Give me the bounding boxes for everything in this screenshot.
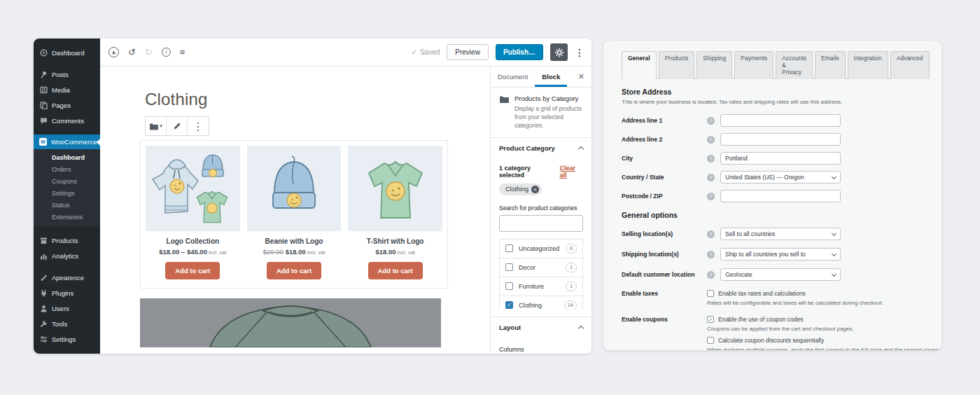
undo-icon[interactable]: ↺ — [128, 48, 136, 57]
sidebar-item-products[interactable]: Products — [34, 233, 100, 248]
address-line-2-input[interactable] — [720, 133, 841, 146]
checkbox-icon[interactable] — [505, 282, 513, 290]
category-chip[interactable]: Clothing × — [499, 183, 542, 195]
category-row-uncategorized[interactable]: Uncategorized 0 — [500, 240, 582, 258]
category-row-furniture[interactable]: Furniture 1 — [500, 277, 582, 296]
submenu-item-status[interactable]: Status — [34, 199, 100, 211]
tab-integration[interactable]: Integration — [848, 51, 888, 79]
settings-gear-button[interactable] — [550, 43, 568, 61]
help-icon[interactable] — [707, 117, 715, 125]
add-to-cart-button[interactable]: Add to cart — [267, 262, 321, 279]
add-to-cart-button[interactable]: Add to cart — [368, 262, 423, 279]
sidebar-item-collapse-menu[interactable]: ◄ Colapse menu — [34, 353, 100, 354]
product-name[interactable]: Logo Collection — [167, 237, 220, 245]
field-address-line-1: Address line 1 — [622, 114, 941, 127]
media-icon — [39, 85, 48, 94]
submenu-item-settings[interactable]: Settings — [34, 187, 100, 199]
checkbox-icon[interactable] — [505, 263, 513, 271]
sidebar-item-tools[interactable]: Tools — [34, 316, 100, 331]
sidebar-item-pages[interactable]: Pages — [34, 97, 100, 113]
help-icon[interactable] — [707, 271, 715, 279]
sidebar-item-media[interactable]: Media — [34, 82, 100, 97]
city-input[interactable] — [720, 152, 841, 165]
sidebar-item-analytics[interactable]: Analytics — [34, 248, 100, 263]
checkbox-checked-icon[interactable] — [707, 316, 714, 323]
coupons-description-1: Coupons can be applied from the cart and… — [707, 326, 941, 332]
publish-button[interactable]: Publish… — [496, 44, 543, 60]
shipping-locations-select[interactable]: Ship to all countries you sell to — [720, 248, 841, 261]
submenu-item-extensions[interactable]: Extensions — [34, 211, 100, 223]
help-icon[interactable] — [707, 230, 715, 238]
product-name[interactable]: Beanie with Logo — [265, 237, 323, 245]
edit-button[interactable] — [167, 117, 188, 135]
help-icon[interactable] — [707, 155, 715, 162]
sidebar-item-appearance[interactable]: Apearence — [34, 270, 100, 285]
sidebar-item-plugins[interactable]: Plugins — [34, 285, 100, 300]
panel-layout[interactable]: Layout — [491, 317, 592, 338]
help-icon[interactable] — [707, 136, 715, 144]
clear-all-link[interactable]: Clear all — [560, 165, 583, 179]
category-row-clothing[interactable]: Clothing 14 — [500, 296, 582, 310]
chevron-up-icon — [578, 146, 584, 151]
tab-shipping[interactable]: Shipping — [696, 51, 732, 79]
content-structure-icon[interactable] — [162, 48, 171, 57]
tab-advanced[interactable]: Advanced — [890, 51, 930, 79]
image-block-sweater[interactable] — [140, 298, 441, 347]
country-state-select[interactable]: United States (US) — Oregon — [720, 171, 841, 183]
category-row-decor[interactable]: Decor 1 — [500, 258, 582, 277]
tab-accounts-privacy[interactable]: Accounts & Privacy — [776, 51, 813, 79]
block-type-button[interactable]: ▾ — [146, 117, 167, 135]
woocommerce-settings-window: General Products Shipping Payments Accou… — [603, 41, 941, 350]
panel-product-category[interactable]: Product Category — [491, 138, 592, 158]
field-postcode: Postcode / ZIP — [622, 190, 941, 202]
sidebar-item-woocommerce[interactable]: WooCommerce — [34, 134, 100, 149]
close-icon[interactable]: ✕ — [578, 72, 584, 81]
posts-icon — [39, 70, 48, 78]
more-options-icon[interactable]: ⋮ — [575, 47, 584, 58]
submenu-item-orders[interactable]: Orders — [34, 163, 100, 175]
tab-document[interactable]: Document — [491, 67, 535, 87]
checkbox-checked-icon[interactable] — [505, 301, 513, 309]
products-by-category-block[interactable]: Logo Collection $18.00 – $45.00incl. vat… — [140, 140, 448, 289]
product-category-body: 1 category selected Clear all Clothing ×… — [491, 158, 592, 310]
tab-general[interactable]: General — [622, 51, 657, 79]
default-customer-location-select[interactable]: Geolocate — [720, 268, 841, 281]
sidebar-label: Posts — [52, 71, 69, 78]
category-search-input[interactable] — [499, 215, 583, 232]
sidebar-item-comments[interactable]: Comments — [34, 113, 100, 128]
sidebar-item-posts[interactable]: Posts — [34, 67, 100, 82]
tab-emails[interactable]: Emails — [815, 51, 846, 79]
block-options-button[interactable]: ⋮ — [188, 117, 209, 135]
preview-button[interactable]: Preview — [447, 44, 489, 60]
checkbox-icon[interactable] — [505, 244, 513, 252]
redo-icon[interactable]: ↻ — [145, 48, 153, 57]
submenu-item-coupons[interactable]: Coupons — [34, 175, 100, 187]
product-name[interactable]: T-Shirt with Logo — [367, 237, 424, 245]
remove-chip-icon[interactable]: × — [531, 186, 539, 193]
block-navigation-icon[interactable]: ≡ — [180, 48, 186, 57]
add-to-cart-button[interactable]: Add to cart — [165, 262, 220, 279]
sidebar-label: Settings — [52, 335, 76, 343]
sidebar-item-settings[interactable]: Settings — [34, 331, 100, 347]
tab-payments[interactable]: Payments — [734, 51, 774, 79]
tab-block[interactable]: Block — [535, 67, 567, 87]
address-line-1-input[interactable] — [720, 114, 841, 127]
help-icon[interactable] — [707, 251, 715, 258]
submenu-item-dashboard[interactable]: Dashboard — [34, 151, 100, 163]
sidebar-label: Dashboard — [52, 49, 84, 57]
settings-tabs: General Products Shipping Payments Accou… — [622, 51, 929, 79]
selling-locations-select[interactable]: Sell to all countries — [720, 228, 841, 240]
block-inserter-icon[interactable]: + — [108, 47, 119, 57]
page-title[interactable]: Clothing — [145, 90, 490, 109]
sidebar-item-dashboard[interactable]: Dashboard — [34, 45, 100, 60]
checkbox-icon[interactable] — [707, 337, 714, 344]
help-icon[interactable] — [707, 193, 715, 200]
sidebar-item-users[interactable]: Users — [34, 300, 100, 316]
postcode-input[interactable] — [720, 190, 841, 202]
checkbox-icon[interactable] — [707, 290, 714, 297]
sidebar-label: Users — [52, 305, 69, 312]
category-list[interactable]: Uncategorized 0 Decor 1 Furniture 1 — [499, 239, 583, 310]
settings-icon — [39, 335, 48, 343]
tab-products[interactable]: Products — [659, 51, 695, 79]
help-icon[interactable] — [707, 174, 715, 181]
